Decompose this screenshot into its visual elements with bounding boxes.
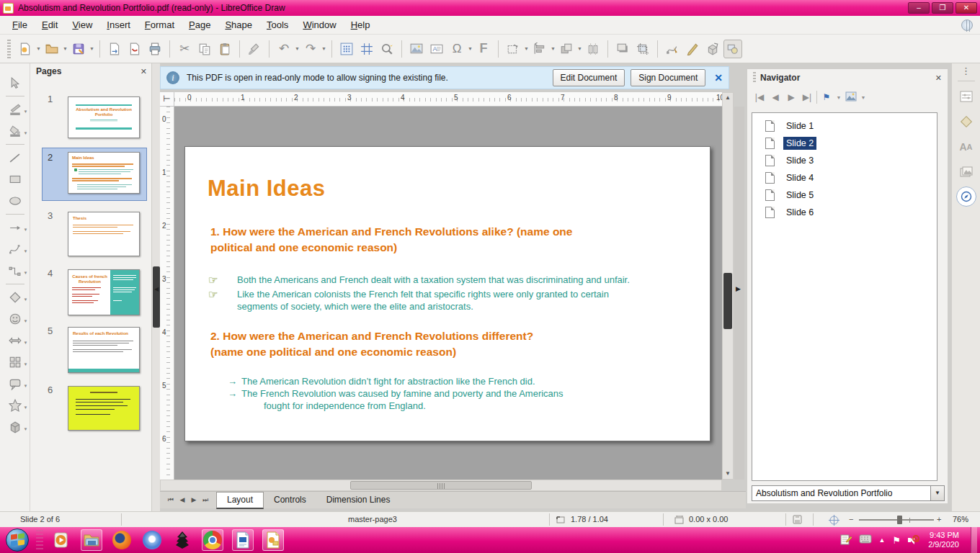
align-objects-icon[interactable]	[530, 40, 549, 58]
status-zoom-level[interactable]: 76%	[953, 515, 968, 523]
fontwork-icon[interactable]: F	[474, 40, 493, 58]
start-button[interactable]	[6, 529, 29, 552]
transformations-icon[interactable]	[504, 40, 522, 58]
tray-notes-icon[interactable]	[840, 534, 852, 547]
tray-keyboard-icon[interactable]	[859, 534, 872, 546]
redo-dropdown[interactable]: ▼	[321, 40, 327, 58]
page-thumbnail-3[interactable]: 3 Thesis	[30, 206, 151, 258]
export-icon[interactable]	[105, 40, 124, 58]
page-thumbnail-2-selected[interactable]: 2 Main Ideas	[30, 148, 151, 204]
show-draw-functions-icon[interactable]	[723, 40, 742, 58]
zoom-slider-thumb[interactable]	[897, 516, 902, 524]
insert-image-icon[interactable]	[407, 40, 426, 58]
horizontal-ruler[interactable]: 01 23 45 67 89 10	[174, 92, 722, 107]
dropdown-arrow-icon[interactable]: ▼	[930, 486, 944, 500]
scroll-up-icon[interactable]: ▲	[723, 93, 733, 103]
new-document-dropdown[interactable]: ▼	[35, 40, 42, 58]
menu-file[interactable]: File	[6, 17, 34, 32]
page-thumbnail-5[interactable]: 5 Results of each Revolution	[30, 321, 151, 376]
toolbar-grip[interactable]	[7, 40, 11, 58]
sidebar-styles-icon[interactable]: AA	[956, 136, 977, 158]
menu-help[interactable]: Help	[344, 17, 377, 32]
tab-layout[interactable]: Layout	[216, 492, 264, 509]
taskbar-writer-icon[interactable]	[232, 529, 254, 551]
curve-tool-icon[interactable]: ▼	[1, 238, 29, 260]
zoom-icon[interactable]	[378, 40, 396, 58]
shape-filter-dropdown[interactable]: ▼	[860, 95, 866, 100]
tray-show-hidden-icon[interactable]: ▲	[879, 536, 886, 544]
last-page-icon[interactable]: ▶|	[801, 92, 814, 102]
navigator-item-slide4[interactable]: Slide 4	[752, 169, 937, 186]
snap-guides-icon[interactable]	[357, 40, 376, 58]
tab-dimension-lines[interactable]: Dimension Lines	[316, 493, 401, 508]
select-tool-icon[interactable]	[1, 72, 29, 94]
navigator-item-slide6[interactable]: Slide 6	[752, 204, 937, 221]
previous-page-icon[interactable]: ◀	[769, 92, 782, 102]
special-character-dropdown[interactable]: ▼	[467, 40, 473, 58]
gluepoints-icon[interactable]	[683, 40, 702, 58]
fit-slide-icon[interactable]	[829, 515, 839, 527]
zoom-in-icon[interactable]: +	[937, 515, 941, 523]
undo-icon[interactable]: ↶	[275, 40, 293, 58]
callouts-tool-icon[interactable]: ▼	[1, 373, 29, 395]
vertical-ruler[interactable]: 01 23 45 6	[160, 107, 174, 480]
distribute-icon[interactable]	[584, 40, 602, 58]
navigator-item-slide2[interactable]: Slide 2	[752, 135, 937, 152]
menu-edit[interactable]: Edit	[35, 17, 64, 32]
paste-icon[interactable]	[215, 40, 234, 58]
next-page-icon[interactable]: ▶	[785, 92, 798, 102]
sidebar-menu-icon[interactable]: ⋮	[961, 69, 971, 73]
navigator-item-slide1[interactable]: Slide 1	[752, 117, 937, 135]
menu-view[interactable]: View	[66, 17, 99, 32]
3d-objects-icon[interactable]	[703, 40, 722, 58]
edit-document-button[interactable]: Edit Document	[553, 69, 625, 86]
menu-tools[interactable]: Tools	[260, 17, 295, 32]
menu-format[interactable]: Format	[138, 17, 181, 32]
arrange-icon[interactable]	[557, 40, 576, 58]
prev-layer-icon[interactable]: ◀	[177, 496, 187, 504]
show-desktop-button[interactable]	[971, 527, 977, 553]
first-page-icon[interactable]: |◀	[753, 92, 766, 102]
ellipse-tool-icon[interactable]	[1, 190, 29, 212]
dragmode-dropdown[interactable]: ▼	[836, 95, 842, 100]
3d-shapes-tool-icon[interactable]: ▼	[1, 416, 29, 438]
status-master-page[interactable]: master-page3	[348, 515, 397, 523]
stars-tool-icon[interactable]: ▼	[1, 395, 29, 416]
transformations-dropdown[interactable]: ▼	[523, 40, 530, 58]
vertical-scrollbar[interactable]: ▲ ▼	[722, 92, 734, 480]
tray-clock[interactable]: 9:43 PM 2/9/2020	[928, 531, 963, 549]
align-objects-dropdown[interactable]: ▼	[550, 40, 556, 58]
new-document-icon[interactable]	[16, 40, 35, 58]
sidebar-properties-icon[interactable]	[956, 86, 977, 107]
taskbar-media-player-icon[interactable]	[50, 529, 72, 551]
line-tool-icon[interactable]	[1, 147, 29, 168]
open-file-dropdown[interactable]: ▼	[62, 40, 68, 58]
next-layer-icon[interactable]: ▶	[189, 496, 199, 504]
connector-tool-icon[interactable]: ▼	[1, 260, 29, 282]
zoom-out-icon[interactable]: −	[849, 515, 853, 523]
menu-shape[interactable]: Shape	[218, 17, 259, 32]
first-layer-icon[interactable]: ⏮	[166, 496, 176, 504]
page-thumbnail-6[interactable]: 6	[30, 380, 151, 435]
taskbar-draw-icon[interactable]	[262, 529, 284, 551]
basic-shapes-tool-icon[interactable]: ▼	[1, 287, 29, 308]
taskbar-inkscape-icon[interactable]	[172, 529, 193, 551]
navigator-item-slide5[interactable]: Slide 5	[752, 186, 937, 204]
edit-points-icon[interactable]	[663, 40, 682, 58]
save-icon[interactable]	[69, 40, 88, 58]
print-icon[interactable]	[146, 40, 164, 58]
navigator-item-slide3[interactable]: Slide 3	[752, 152, 937, 169]
fill-color-tool-icon[interactable]: ▼	[1, 120, 29, 142]
tray-flag-icon[interactable]: ⚑	[893, 535, 901, 546]
taskbar-chromium-icon[interactable]	[141, 529, 163, 551]
sidebar-gallery-icon[interactable]	[956, 161, 977, 183]
minimize-button[interactable]: –	[908, 2, 930, 14]
symbol-shapes-tool-icon[interactable]: ▼	[1, 308, 29, 330]
menu-insert[interactable]: Insert	[100, 17, 137, 32]
cut-icon[interactable]: ✂	[175, 40, 194, 58]
sidebar-shapes-icon[interactable]	[956, 111, 977, 132]
horizontal-scrollbar-thumb[interactable]	[350, 481, 532, 490]
line-color-tool-icon[interactable]: ▼	[1, 99, 29, 120]
redo-icon[interactable]: ↷	[301, 40, 320, 58]
taskbar-chrome-icon[interactable]	[202, 529, 223, 551]
